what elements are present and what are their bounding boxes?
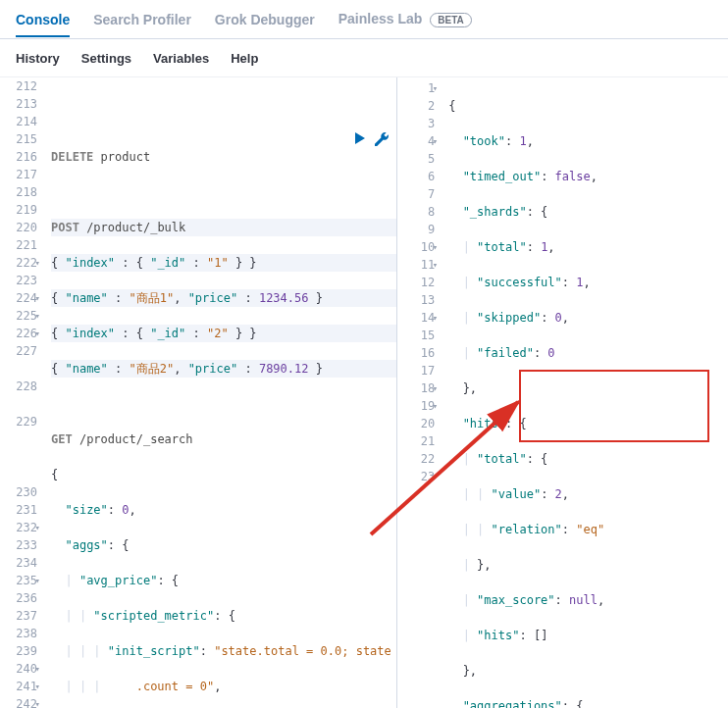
tab-painless-lab-label: Painless Lab xyxy=(338,11,423,26)
response-gutter: 1 2 3 4 5 6 7 8 9 10 11 12 13 14 15 16 1… xyxy=(397,77,442,708)
tab-search-profiler[interactable]: Search Profiler xyxy=(93,2,191,37)
run-icon[interactable] xyxy=(351,130,367,146)
tab-console[interactable]: Console xyxy=(16,2,70,37)
subtab-help[interactable]: Help xyxy=(231,51,258,66)
subtab-variables[interactable]: Variables xyxy=(153,51,209,66)
beta-badge: BETA xyxy=(430,13,471,27)
path-product: product xyxy=(93,150,150,164)
tab-grok-debugger[interactable]: Grok Debugger xyxy=(215,2,315,37)
request-gutter: 212 213 214 215 216 217 218 219 220 221 … xyxy=(0,77,45,708)
request-editor-pane[interactable]: 212 213 214 215 216 217 218 219 220 221 … xyxy=(0,77,397,708)
method-post: POST xyxy=(51,221,79,234)
response-pane[interactable]: 1 2 3 4 5 6 7 8 9 10 11 12 13 14 15 16 1… xyxy=(397,77,728,708)
editor-area: 212 213 214 215 216 217 218 219 220 221 … xyxy=(0,76,728,708)
request-code[interactable]: DELETE product POST /product/_bulk { "in… xyxy=(45,77,396,708)
method-delete: DELETE xyxy=(51,150,93,164)
path-search: /product/_search xyxy=(73,432,193,446)
subtab-history[interactable]: History xyxy=(16,51,60,66)
response-code[interactable]: { "took": 1, "timed_out": false, "_shard… xyxy=(442,77,728,708)
path-bulk: /product/_bulk xyxy=(79,221,185,234)
wrench-icon[interactable] xyxy=(373,130,389,146)
sub-tabs: History Settings Variables Help xyxy=(0,39,728,76)
method-get: GET xyxy=(51,432,73,446)
main-tabs: Console Search Profiler Grok Debugger Pa… xyxy=(0,0,728,39)
tab-painless-lab[interactable]: Painless Lab BETA xyxy=(338,1,472,37)
subtab-settings[interactable]: Settings xyxy=(81,51,131,66)
